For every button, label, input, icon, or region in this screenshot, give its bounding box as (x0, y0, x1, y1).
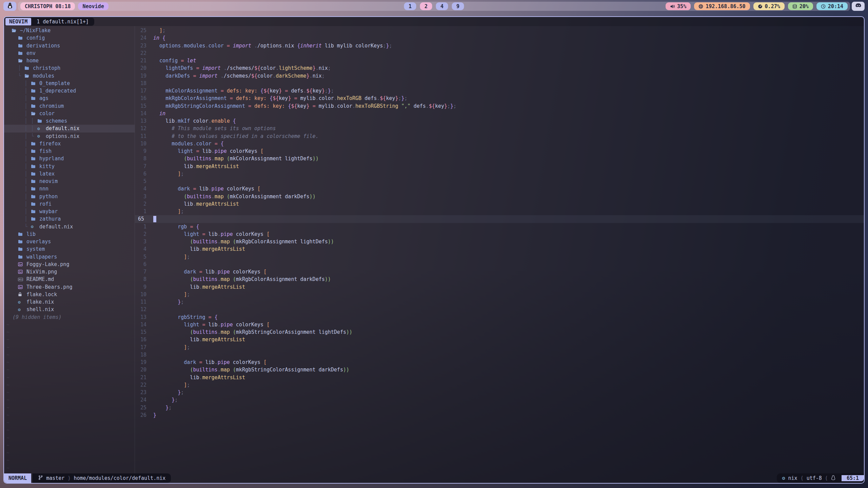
tree-item-overlays[interactable]: overlays (4, 238, 135, 245)
code-line[interactable]: 3 (builtins.map (mkRgbColorAssignment li… (135, 238, 864, 245)
user-clock-pill[interactable]: CHRISTOPH 08:18 (20, 2, 75, 10)
code-line[interactable]: 25 }; (135, 404, 864, 411)
workspace-pill-1[interactable]: 1 (404, 2, 416, 10)
code-line[interactable]: 14 light = lib.pipe colorKeys [ (135, 321, 864, 328)
code-line[interactable]: 10 ]; (135, 291, 864, 298)
tree-item-flake.lock[interactable]: flake.lock (4, 291, 135, 298)
code-line[interactable]: 19 darkDefs = import ./schemes/${color.d… (135, 72, 864, 80)
code-line[interactable]: 16 mkRgbColorAssignment = defs: key: {${… (135, 95, 864, 102)
code-line[interactable]: 11 # to the values specified in a colors… (135, 133, 864, 140)
code-line[interactable]: 19 dark = lib.pipe colorKeys [ (135, 359, 864, 366)
code-line[interactable]: 7 dark = lib.pipe colorKeys [ (135, 268, 864, 276)
code-line[interactable]: 5 ]; (135, 253, 864, 261)
code-line[interactable]: 4 dark = lib.pipe colorKeys [ (135, 185, 864, 192)
clock-status-pill[interactable]: 20:14 (816, 2, 848, 10)
code-line[interactable]: 23 }; (135, 389, 864, 396)
tree-item-home[interactable]: home (4, 57, 135, 64)
active-app-pill[interactable]: Neovide (78, 2, 108, 10)
code-line[interactable]: 3 (builtins.map (mkColorAssignment darkD… (135, 193, 864, 200)
tree-item-wallpapers[interactable]: wallpapers (4, 253, 135, 261)
code-line[interactable]: 18 (135, 351, 864, 359)
code-line[interactable]: 7 lib.mergeAttrsList (135, 163, 864, 170)
code-line[interactable]: 22 ]; (135, 381, 864, 389)
tree-item-ags[interactable]: │ags (4, 95, 135, 102)
code-line[interactable]: 11 }; (135, 298, 864, 306)
tree-item-zathura[interactable]: │zathura (4, 215, 135, 223)
discord-tray-button[interactable] (852, 2, 865, 11)
tree-item-options.nix[interactable]: │└⚙options.nix (4, 133, 135, 140)
code-line[interactable]: 9 light = lib.pipe colorKeys [ (135, 147, 864, 155)
code-line[interactable]: 6 ]; (135, 170, 864, 178)
code-line[interactable]: 4 lib.mergeAttrsList (135, 245, 864, 253)
code-line[interactable]: 2 lib.mergeAttrsList (135, 200, 864, 208)
tree-item-python[interactable]: │python (4, 193, 135, 200)
code-line[interactable]: 13 lib.mkIf color.enable { (135, 117, 864, 125)
tree-item-firefox[interactable]: │firefox (4, 140, 135, 147)
workspace-pill-9[interactable]: 9 (452, 2, 464, 10)
tree-item-schemes[interactable]: ││schemes (4, 117, 135, 125)
code-line[interactable]: 15 mkRgbStringColorAssignment = defs: ke… (135, 102, 864, 110)
code-line[interactable]: 17 mkColorAssignment = defs: key: {${key… (135, 87, 864, 95)
code-line[interactable]: 6 (135, 261, 864, 268)
tree-item-kitty[interactable]: │kitty (4, 163, 135, 170)
code-line[interactable]: 16 lib.mergeAttrsList (135, 336, 864, 343)
tree-item-system[interactable]: system (4, 245, 135, 253)
tree-item-neovim[interactable]: │neovim (4, 178, 135, 185)
tree-item-NixVim.png[interactable]: NixVim.png (4, 268, 135, 276)
tree-item-default.nix[interactable]: └⚙default.nix (4, 223, 135, 230)
code-line[interactable]: 21 config = let (135, 57, 864, 64)
code-line[interactable]: 15 (builtins.map (mkRgbStringColorAssign… (135, 328, 864, 336)
gauge-status-pill[interactable]: 0.27% (753, 2, 785, 10)
code-line[interactable]: 2 light = lib.pipe colorKeys [ (135, 230, 864, 238)
tree-item-Three-Bears.png[interactable]: Three-Bears.png (4, 283, 135, 291)
launcher-button[interactable] (3, 2, 16, 11)
tree-item-latex[interactable]: │latex (4, 170, 135, 178)
code-line[interactable]: 12 (135, 306, 864, 313)
code-line[interactable]: 23 options.modules.color = import ./opti… (135, 42, 864, 49)
tree-item-default.nix[interactable]: ││⚙default.nix (4, 125, 135, 132)
tree-item-lib[interactable]: lib (4, 230, 135, 238)
code-line[interactable]: 9 lib.mergeAttrsList (135, 283, 864, 291)
tree-item-flake.nix[interactable]: ⚙flake.nix (4, 298, 135, 306)
code-line[interactable]: 22 (135, 49, 864, 57)
code-line[interactable]: 21 lib.mergeAttrsList (135, 374, 864, 381)
code-line[interactable]: 10 modules.color = { (135, 140, 864, 147)
globe-status-pill[interactable]: 192.168.86.50 (694, 2, 750, 10)
code-line-cursor[interactable]: 65 (135, 215, 864, 223)
code-line[interactable]: 8 (builtins.map (mkRgbColorAssignment da… (135, 276, 864, 283)
tree-item-0_template[interactable]: │0_template (4, 80, 135, 87)
code-line[interactable]: 5 (135, 178, 864, 185)
git-branch-label[interactable]: master (46, 475, 64, 481)
tree-item-hyprland[interactable]: │hyprland (4, 155, 135, 162)
tree-item-README.md[interactable]: README.md (4, 276, 135, 283)
code-line[interactable]: 20 (builtins.map (mkRgbStringColorAssign… (135, 366, 864, 373)
tree-item-color[interactable]: │color (4, 110, 135, 117)
code-line[interactable]: 13 rgbString = { (135, 313, 864, 321)
tree-item-rofi[interactable]: │rofi (4, 200, 135, 208)
code-line[interactable]: 24in { (135, 34, 864, 42)
tree-item-nnn[interactable]: │nnn (4, 185, 135, 192)
volume-status-pill[interactable]: 35% (666, 2, 691, 10)
tree-item-derivations[interactable]: derivations (4, 42, 135, 49)
code-line[interactable]: 14 in (135, 110, 864, 117)
code-line[interactable]: 1 ]; (135, 208, 864, 215)
buffer-tab[interactable]: 1 default.nix[1+] (31, 18, 94, 26)
code-line[interactable]: 17 ]; (135, 344, 864, 351)
tree-item-env[interactable]: env (4, 49, 135, 57)
code-line[interactable]: 1 rgb = { (135, 223, 864, 230)
code-line[interactable]: 24 }; (135, 396, 864, 404)
tree-item-modules[interactable]: └modules (4, 72, 135, 80)
workspace-pill-4[interactable]: 4 (436, 2, 448, 10)
tree-item-waybar[interactable]: │waybar (4, 208, 135, 215)
tree-item-fish[interactable]: │fish (4, 147, 135, 155)
code-line[interactable]: 12 # This module sets its own options (135, 125, 864, 132)
tree-item-1_deprecated[interactable]: │1_deprecated (4, 87, 135, 95)
tree-item-christoph[interactable]: │christoph (4, 64, 135, 72)
code-line[interactable]: 26} (135, 411, 864, 419)
code-line[interactable]: 18 (135, 80, 864, 87)
tree-item-shell.nix[interactable]: ⚙shell.nix (4, 306, 135, 313)
stack-status-pill[interactable]: 20% (788, 2, 813, 10)
code-line[interactable]: 20 lightDefs = import ./schemes/${color.… (135, 64, 864, 72)
tree-item-config[interactable]: config (4, 34, 135, 42)
workspace-pill-2[interactable]: 2 (420, 2, 432, 10)
